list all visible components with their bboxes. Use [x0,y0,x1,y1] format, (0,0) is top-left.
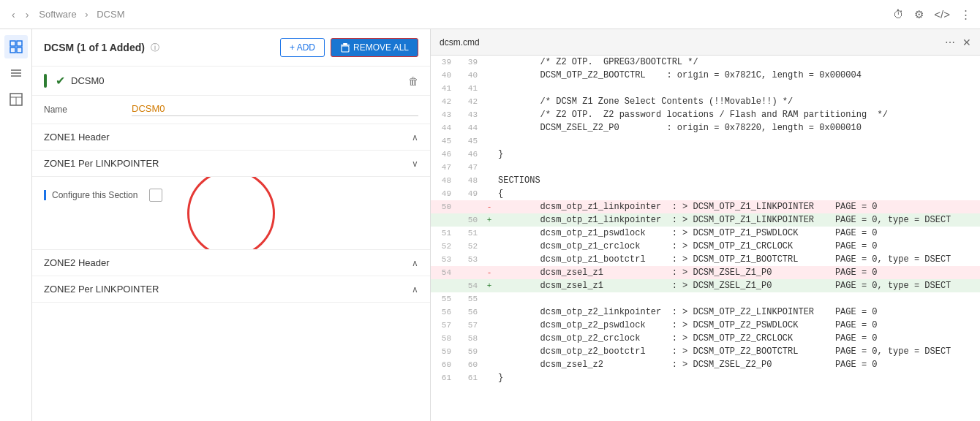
top-bar: ‹ › Software › DCSM ⏱ ⚙ </> ⋮ [0,0,980,29]
more-icon[interactable]: ⋮ [960,8,971,21]
history-icon[interactable]: ⏱ [893,8,904,21]
breadcrumb: Software › DCSM [36,9,127,20]
forward-button[interactable]: › [23,6,32,23]
breadcrumb-nav: ‹ › Software › DCSM [9,6,128,23]
back-button[interactable]: ‹ [9,6,18,23]
settings-icon[interactable]: ⚙ [914,8,924,21]
toolbar-icons: ⏱ ⚙ </> ⋮ [893,8,971,21]
code-icon[interactable]: </> [934,8,950,21]
